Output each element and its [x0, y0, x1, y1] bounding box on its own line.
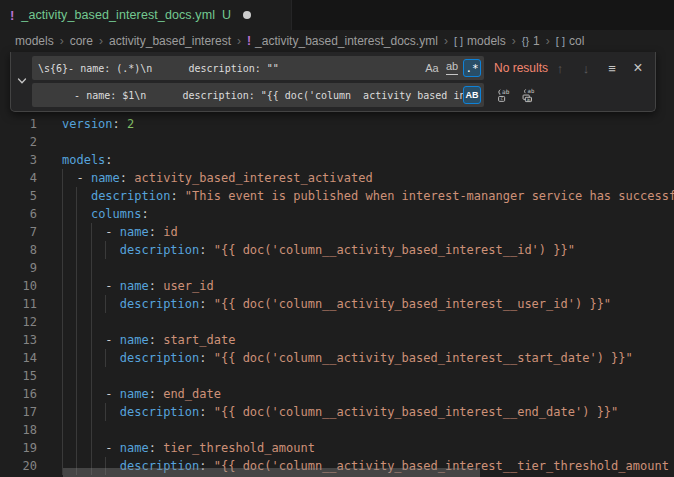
svg-text:ab: ab — [527, 88, 534, 94]
code-line[interactable]: 16 - name: end_date — [0, 385, 674, 403]
find-query-text: \s{6}- name: (.*)\n description: "" — [32, 63, 423, 74]
breadcrumb: models›core›activity_based_interest›!_ac… — [0, 30, 674, 52]
line-number: 15 — [0, 367, 37, 385]
line-number: 6 — [0, 205, 37, 223]
code-text: description: "This event is published wh… — [62, 187, 674, 205]
code-line[interactable]: 10 - name: user_id — [0, 277, 674, 295]
indent-guide — [76, 367, 77, 385]
code-line[interactable]: 2 — [0, 133, 674, 151]
breadcrumb-separator: › — [99, 34, 103, 48]
symbol-array-icon: [ ] — [454, 35, 463, 47]
tab-active-file[interactable]: ! _activity_based_interest_docs.yml U — [0, 0, 292, 30]
close-find-button[interactable]: × — [628, 58, 648, 78]
breadcrumb-label: _activity_based_interest_docs.yml — [255, 34, 438, 48]
code-text: models: — [62, 151, 113, 169]
replace-one-button[interactable]: ab c — [493, 85, 513, 105]
breadcrumb-label: models — [15, 34, 54, 48]
replace-icon: ab c — [496, 88, 511, 103]
code-line[interactable]: 18 — [0, 421, 674, 439]
match-case-button[interactable]: Aa — [423, 59, 441, 77]
unsaved-changes-dot[interactable] — [243, 11, 251, 19]
breadcrumb-separator: › — [512, 34, 516, 48]
breadcrumb-separator: › — [546, 34, 550, 48]
indent-guide — [91, 313, 92, 331]
indent-guide — [76, 313, 77, 331]
code-line[interactable]: 15 — [0, 367, 674, 385]
replace-row: - name: $1\n description: "{{ doc('colum… — [32, 83, 649, 107]
find-results-count: No results — [494, 61, 548, 75]
code-line[interactable]: 5 description: "This event is published … — [0, 187, 674, 205]
line-number: 2 — [0, 133, 37, 151]
breadcrumb-separator: › — [60, 34, 64, 48]
breadcrumb-item[interactable]: [ ]models — [454, 34, 506, 48]
code-line[interactable]: 7 - name: id — [0, 223, 674, 241]
code-line[interactable]: 13 - name: start_date — [0, 331, 674, 349]
horizontal-scrollbar[interactable] — [63, 468, 480, 477]
code-line[interactable]: 3models: — [0, 151, 674, 169]
breadcrumb-label: core — [70, 34, 93, 48]
previous-match-button[interactable]: ↑ — [550, 58, 570, 78]
regex-button[interactable]: .* — [463, 59, 481, 77]
vscode-window: ! _activity_based_interest_docs.yml U mo… — [0, 0, 674, 477]
code-line[interactable]: 9 — [0, 259, 674, 277]
code-line[interactable]: 11 description: "{{ doc('column__activit… — [0, 295, 674, 313]
find-in-selection-button[interactable]: ≡ — [602, 58, 622, 78]
code-text: - name: end_date — [62, 385, 221, 403]
code-line[interactable]: 17 description: "{{ doc('column__activit… — [0, 403, 674, 421]
code-line[interactable]: 8 description: "{{ doc('column__activity… — [0, 241, 674, 259]
code-line[interactable]: 14 description: "{{ doc('column__activit… — [0, 349, 674, 367]
code-editor[interactable]: 1version: 223models:4 - name: activity_b… — [0, 52, 674, 477]
line-number: 18 — [0, 421, 37, 439]
preserve-case-button[interactable]: AB — [463, 86, 481, 104]
breadcrumb-label: models — [467, 34, 506, 48]
yaml-file-icon: ! — [247, 34, 251, 48]
breadcrumb-item[interactable]: core — [70, 34, 93, 48]
indent-guide — [91, 367, 92, 385]
replace-input[interactable]: - name: $1\n description: "{{ doc('colum… — [32, 83, 484, 107]
line-number: 10 — [0, 277, 37, 295]
git-untracked-badge: U — [222, 8, 231, 22]
code-text: - name: user_id — [62, 277, 214, 295]
find-input[interactable]: \s{6}- name: (.*)\n description: "" Aa a… — [32, 56, 484, 80]
chevron-down-icon — [15, 74, 29, 88]
line-number: 12 — [0, 313, 37, 331]
line-number: 13 — [0, 331, 37, 349]
tab-bar: ! _activity_based_interest_docs.yml U — [0, 0, 674, 30]
next-match-button[interactable]: ↓ — [576, 58, 596, 78]
line-number: 20 — [0, 457, 37, 475]
line-number: 19 — [0, 439, 37, 457]
code-line[interactable]: 1version: 2 — [0, 115, 674, 133]
whole-word-button[interactable]: ab — [443, 59, 461, 77]
breadcrumb-item[interactable]: [ ]col — [556, 34, 585, 48]
tab-filename: _activity_based_interest_docs.yml — [21, 8, 215, 22]
code-text: description: "{{ doc('column__activity_b… — [62, 241, 575, 259]
indent-guide — [91, 259, 92, 277]
code-line[interactable]: 6 columns: — [0, 205, 674, 223]
code-text: columns: — [62, 205, 149, 223]
replace-all-button[interactable]: ab ac — [518, 85, 538, 105]
code-line[interactable]: 12 — [0, 313, 674, 331]
line-number: 11 — [0, 295, 37, 313]
code-line[interactable]: 19 - name: tier_threshold_amount — [0, 439, 674, 457]
indent-guide — [62, 259, 63, 277]
line-number: 7 — [0, 223, 37, 241]
code-line[interactable]: 4 - name: activity_based_interest_activa… — [0, 169, 674, 187]
code-text: description: "{{ doc('column__activity_b… — [62, 403, 618, 421]
symbol-array-icon: [ ] — [556, 35, 565, 47]
toggle-replace-chevron[interactable] — [11, 56, 32, 106]
line-number: 3 — [0, 151, 37, 169]
breadcrumb-item[interactable]: {}1 — [522, 34, 540, 48]
breadcrumb-item[interactable]: models — [15, 34, 54, 48]
indent-guide — [62, 421, 63, 439]
line-number: 9 — [0, 259, 37, 277]
line-number: 16 — [0, 385, 37, 403]
breadcrumb-item[interactable]: activity_based_interest — [109, 34, 231, 48]
symbol-object-icon: {} — [522, 35, 529, 47]
find-row: \s{6}- name: (.*)\n description: "" Aa a… — [32, 56, 649, 80]
svg-text:ac: ac — [526, 96, 531, 101]
line-number: 1 — [0, 115, 37, 133]
breadcrumb-label: activity_based_interest — [109, 34, 231, 48]
breadcrumb-item[interactable]: !_activity_based_interest_docs.yml — [247, 34, 438, 48]
breadcrumb-separator: › — [237, 34, 241, 48]
yaml-file-icon: ! — [10, 8, 14, 23]
